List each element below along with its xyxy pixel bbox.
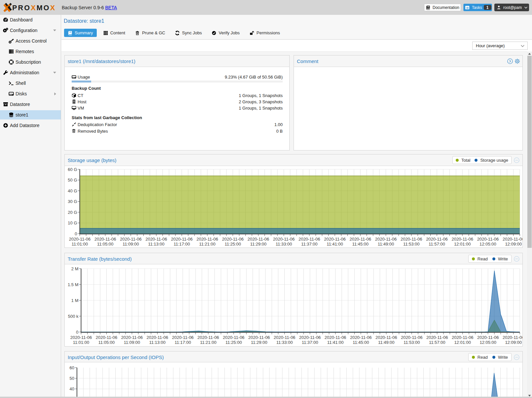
- svg-text:11:01:00: 11:01:00: [72, 242, 88, 247]
- svg-text:500 k: 500 k: [68, 314, 79, 319]
- svg-text:11:33:00: 11:33:00: [276, 340, 293, 345]
- svg-text:40 G: 40 G: [68, 188, 77, 193]
- svg-text:2020-11-06: 2020-11-06: [452, 335, 474, 340]
- svg-text:2020-11-06: 2020-11-06: [196, 237, 218, 242]
- svg-text:12:01:00: 12:01:00: [454, 242, 471, 247]
- svg-text:2020-11-06: 2020-11-06: [426, 335, 448, 340]
- svg-text:2020-11-06: 2020-11-06: [70, 335, 92, 340]
- svg-text:11:33:00: 11:33:00: [276, 242, 292, 247]
- svg-text:0: 0: [75, 231, 77, 236]
- svg-text:2020-11-06: 2020-11-06: [503, 237, 522, 242]
- svg-text:2020-11-06: 2020-11-06: [350, 335, 372, 340]
- svg-text:2020-11-06: 2020-11-06: [172, 335, 194, 340]
- svg-text:11:29:00: 11:29:00: [250, 242, 266, 247]
- svg-text:20 G: 20 G: [68, 210, 77, 215]
- svg-text:10 G: 10 G: [68, 220, 77, 225]
- svg-text:2020-11-06: 2020-11-06: [299, 237, 320, 242]
- svg-text:0: 0: [76, 330, 78, 335]
- svg-text:11:25:00: 11:25:00: [226, 340, 242, 345]
- svg-text:2020-11-06: 2020-11-06: [247, 237, 269, 242]
- svg-text:2020-11-06: 2020-11-06: [375, 237, 397, 242]
- svg-text:2020-11-06: 2020-11-06: [69, 237, 91, 242]
- svg-text:11:53:00: 11:53:00: [404, 340, 420, 345]
- svg-text:11:05:00: 11:05:00: [97, 242, 114, 247]
- svg-text:2020-11-06: 2020-11-06: [222, 237, 244, 242]
- svg-text:11:41:00: 11:41:00: [327, 340, 344, 345]
- svg-text:2020-11-06: 2020-11-06: [147, 335, 168, 340]
- svg-text:2020-11-06: 2020-11-06: [274, 335, 296, 340]
- svg-text:2020-11-06: 2020-11-06: [120, 237, 142, 242]
- svg-text:2020-11-06: 2020-11-06: [299, 335, 321, 340]
- svg-text:2020-11-06: 2020-11-06: [171, 237, 193, 242]
- svg-text:12:09:00: 12:09:00: [505, 242, 522, 247]
- svg-text:12:05:00: 12:05:00: [479, 242, 496, 247]
- svg-text:2020-11-06: 2020-11-06: [94, 237, 116, 242]
- svg-text:11:17:00: 11:17:00: [174, 242, 190, 247]
- svg-text:50: 50: [70, 376, 74, 381]
- svg-text:2020-11-06: 2020-11-06: [273, 237, 295, 242]
- svg-text:2020-11-06: 2020-11-06: [451, 237, 473, 242]
- svg-text:40: 40: [70, 386, 74, 391]
- svg-text:2020-11-06: 2020-11-06: [145, 237, 167, 242]
- svg-text:11:57:00: 11:57:00: [429, 340, 445, 345]
- svg-text:50 G: 50 G: [68, 178, 77, 182]
- svg-text:2020-11-06: 2020-11-06: [401, 237, 422, 242]
- svg-text:2020-11-06: 2020-11-06: [325, 335, 346, 340]
- svg-text:2020-11-06: 2020-11-06: [324, 237, 346, 242]
- svg-text:2020-11-06: 2020-11-06: [426, 237, 448, 242]
- svg-text:2020-11-06: 2020-11-06: [477, 237, 499, 242]
- svg-text:11:09:00: 11:09:00: [123, 242, 139, 247]
- svg-text:11:17:00: 11:17:00: [175, 340, 191, 345]
- svg-text:1.5 M: 1.5 M: [68, 282, 79, 287]
- svg-text:11:41:00: 11:41:00: [327, 242, 343, 247]
- svg-text:11:49:00: 11:49:00: [378, 242, 394, 247]
- svg-text:2020-11-06: 2020-11-06: [248, 335, 270, 340]
- svg-text:11:09:00: 11:09:00: [124, 340, 140, 345]
- svg-text:11:01:00: 11:01:00: [73, 340, 89, 345]
- svg-text:11:49:00: 11:49:00: [378, 340, 395, 345]
- svg-text:2020-11-06: 2020-11-06: [349, 237, 371, 242]
- svg-text:11:25:00: 11:25:00: [225, 242, 241, 247]
- svg-text:12:09:00: 12:09:00: [505, 340, 522, 345]
- svg-text:2020-11-06: 2020-11-06: [477, 335, 499, 340]
- svg-text:30 G: 30 G: [68, 199, 77, 204]
- svg-text:11:21:00: 11:21:00: [200, 340, 217, 345]
- svg-text:2020-11-06: 2020-11-06: [401, 335, 423, 340]
- svg-text:11:29:00: 11:29:00: [251, 340, 267, 345]
- svg-text:1 M: 1 M: [71, 298, 79, 303]
- svg-text:2020-11-06: 2020-11-06: [375, 335, 397, 340]
- svg-text:2020-11-06: 2020-11-06: [503, 335, 522, 340]
- svg-text:2020-11-06: 2020-11-06: [121, 335, 143, 340]
- svg-text:11:57:00: 11:57:00: [429, 242, 445, 247]
- svg-text:11:21:00: 11:21:00: [199, 242, 216, 247]
- svg-text:11:45:00: 11:45:00: [352, 242, 369, 247]
- svg-text:11:05:00: 11:05:00: [98, 340, 115, 345]
- svg-text:11:37:00: 11:37:00: [302, 340, 318, 345]
- svg-text:2020-11-06: 2020-11-06: [197, 335, 219, 340]
- svg-text:2020-11-06: 2020-11-06: [96, 335, 118, 340]
- svg-text:12:05:00: 12:05:00: [479, 340, 496, 345]
- svg-text:60: 60: [70, 365, 74, 370]
- svg-text:60 G: 60 G: [68, 167, 77, 172]
- svg-text:11:13:00: 11:13:00: [148, 242, 164, 247]
- svg-text:11:37:00: 11:37:00: [301, 242, 318, 247]
- svg-text:2020-11-06: 2020-11-06: [223, 335, 245, 340]
- svg-text:12:01:00: 12:01:00: [454, 340, 471, 345]
- svg-text:11:13:00: 11:13:00: [149, 340, 166, 345]
- svg-text:11:45:00: 11:45:00: [353, 340, 369, 345]
- svg-text:2 M: 2 M: [71, 266, 79, 271]
- svg-text:11:53:00: 11:53:00: [403, 242, 420, 247]
- svg-text:PROXMOX: PROXMOX: [12, 4, 56, 12]
